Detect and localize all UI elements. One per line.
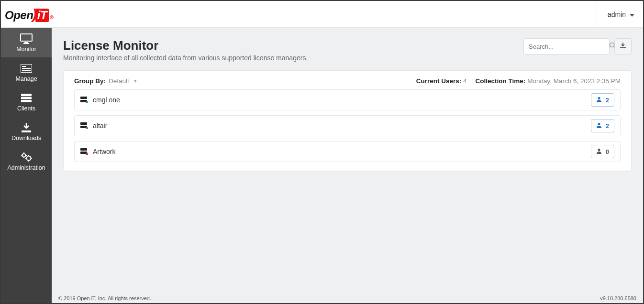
logo-open: Open	[5, 9, 33, 22]
user-label: admin	[608, 11, 626, 18]
license-row-left: Artwork	[80, 148, 115, 155]
svg-rect-6	[22, 70, 31, 71]
caret-down-icon: ▼	[133, 78, 138, 84]
page-title: License Monitor	[63, 38, 308, 53]
license-row-left: cmgl one	[80, 96, 120, 104]
svg-point-12	[27, 156, 31, 161]
monitor-icon	[20, 33, 33, 44]
page-title-block: License Monitor Monitoring interface of …	[63, 38, 308, 62]
server-up-icon	[80, 97, 88, 103]
logo-reg: ®	[50, 15, 53, 20]
user-icon	[596, 97, 602, 104]
license-name: altair	[93, 122, 107, 130]
administration-icon	[20, 152, 33, 163]
search-box[interactable]	[523, 38, 610, 54]
svg-rect-8	[21, 97, 32, 99]
page-actions	[523, 38, 632, 54]
license-row[interactable]: altair 2	[74, 115, 621, 136]
sidebar-item-label: Downloads	[11, 135, 41, 141]
main-content: License Monitor Monitoring interface of …	[52, 28, 643, 293]
current-users-value: 4	[463, 77, 467, 85]
sidebar-item-monitor[interactable]: Monitor	[1, 28, 52, 57]
license-row[interactable]: Artwork 0	[74, 141, 621, 162]
sidebar-item-label: Clients	[17, 105, 35, 112]
panel-toolbar: Group By: Default ▼ Current Users: 4 Col…	[74, 77, 621, 85]
page-subtitle: Monitoring interface of all collected da…	[63, 54, 308, 62]
user-count-badge[interactable]: 2	[591, 119, 614, 132]
download-icon	[620, 42, 626, 51]
user-count-badge[interactable]: 0	[591, 145, 614, 158]
server-up-icon	[80, 122, 88, 129]
page-header: License Monitor Monitoring interface of …	[63, 38, 632, 62]
caret-down-icon	[630, 11, 634, 18]
user-menu[interactable]: admin	[597, 1, 643, 27]
top-header: Open ) iT ® admin	[1, 1, 643, 28]
downloads-icon	[20, 122, 33, 133]
search-input[interactable]	[529, 43, 609, 50]
panel-stats: Current Users: 4 Collection Time: Monday…	[416, 77, 621, 85]
clients-icon	[20, 93, 33, 103]
license-row[interactable]: cmgl one 2	[74, 89, 621, 110]
logo-it: iT	[35, 9, 49, 22]
sidebar-item-label: Manage	[15, 76, 37, 82]
svg-rect-0	[21, 34, 32, 41]
manage-icon	[20, 63, 33, 74]
user-icon	[596, 122, 602, 130]
svg-rect-20	[80, 122, 87, 125]
sidebar-item-label: Administration	[7, 164, 45, 171]
svg-point-23	[598, 123, 600, 125]
collection-time-label: Collection Time:	[476, 77, 526, 85]
svg-rect-1	[24, 42, 28, 43]
svg-point-19	[598, 97, 600, 99]
brand-logo: Open ) iT ®	[1, 6, 53, 22]
current-users-label: Current Users:	[416, 77, 462, 85]
sidebar-item-manage[interactable]: Manage	[1, 57, 52, 87]
svg-rect-16	[80, 97, 87, 99]
collection-time: Collection Time: Monday, March 6, 2023 2…	[476, 77, 621, 85]
export-button[interactable]	[614, 38, 632, 54]
user-count: 2	[606, 97, 609, 104]
svg-rect-10	[22, 130, 31, 132]
svg-rect-15	[620, 47, 626, 48]
sidebar: Monitor Manage Clients Downloads Adminis…	[1, 28, 52, 303]
svg-rect-4	[22, 66, 26, 67]
svg-rect-5	[22, 68, 31, 69]
svg-point-13	[610, 43, 614, 47]
license-name: cmgl one	[93, 96, 120, 104]
footer-version: v9.18.280.6580	[600, 295, 636, 301]
group-by-value: Default	[109, 77, 129, 85]
svg-rect-7	[21, 94, 32, 96]
license-row-left: altair	[80, 122, 107, 130]
footer: © 2019 Open iT, Inc. All rights reserved…	[52, 293, 643, 303]
user-icon	[596, 148, 602, 155]
svg-rect-24	[80, 148, 87, 151]
collection-time-value: Monday, March 6, 2023 2:35 PM	[527, 77, 621, 85]
svg-rect-2	[23, 43, 29, 44]
user-count: 2	[606, 122, 609, 130]
current-users: Current Users: 4	[416, 77, 467, 85]
svg-rect-9	[21, 100, 32, 102]
license-name: Artwork	[93, 148, 115, 155]
sidebar-item-label: Monitor	[16, 46, 36, 53]
footer-copyright: © 2019 Open iT, Inc. All rights reserved…	[58, 295, 151, 301]
user-count: 0	[606, 148, 609, 155]
license-panel: Group By: Default ▼ Current Users: 4 Col…	[63, 70, 632, 171]
user-count-badge[interactable]: 2	[591, 93, 614, 107]
svg-point-27	[598, 149, 600, 151]
sidebar-item-downloads[interactable]: Downloads	[1, 117, 52, 146]
server-down-icon	[80, 148, 88, 155]
group-by-control[interactable]: Group By: Default ▼	[74, 77, 138, 85]
svg-point-11	[22, 154, 26, 157]
sidebar-item-administration[interactable]: Administration	[1, 146, 52, 176]
sidebar-item-clients[interactable]: Clients	[1, 87, 52, 117]
group-by-label: Group By:	[74, 77, 106, 85]
